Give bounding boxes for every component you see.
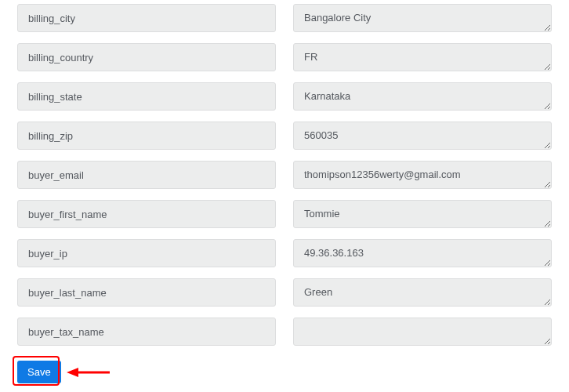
field-key-input[interactable] — [17, 122, 276, 150]
field-row — [17, 4, 552, 34]
field-key-input[interactable] — [17, 200, 276, 228]
field-row — [17, 82, 552, 113]
form-rows — [17, 0, 552, 358]
field-row — [17, 318, 552, 348]
field-value-cell — [293, 43, 552, 74]
form-footer: Save — [17, 361, 61, 383]
field-value-cell — [293, 200, 552, 230]
annotation-arrow-icon — [67, 367, 110, 380]
field-key-cell — [17, 43, 276, 74]
field-key-input[interactable] — [17, 43, 276, 71]
field-row — [17, 161, 552, 191]
field-value-cell — [293, 82, 552, 113]
field-key-cell — [17, 200, 276, 230]
field-key-cell — [17, 161, 276, 191]
field-key-cell — [17, 122, 276, 152]
field-key-cell — [17, 318, 276, 348]
field-row — [17, 278, 552, 309]
field-key-input[interactable] — [17, 239, 276, 267]
field-key-input[interactable] — [17, 82, 276, 111]
field-row — [17, 239, 552, 270]
save-button[interactable]: Save — [17, 361, 61, 383]
field-value-cell — [293, 278, 552, 309]
field-key-cell — [17, 4, 276, 34]
field-value-input[interactable] — [293, 318, 552, 346]
field-value-cell — [293, 4, 552, 34]
field-value-cell — [293, 122, 552, 152]
field-row — [17, 43, 552, 74]
field-key-cell — [17, 82, 276, 113]
field-value-input[interactable] — [293, 200, 552, 228]
field-key-input[interactable] — [17, 4, 276, 32]
field-key-input[interactable] — [17, 161, 276, 189]
field-value-cell — [293, 161, 552, 191]
field-value-input[interactable] — [293, 122, 552, 150]
field-key-cell — [17, 278, 276, 309]
field-key-input[interactable] — [17, 278, 276, 307]
field-value-input[interactable] — [293, 161, 552, 189]
field-key-cell — [17, 239, 276, 270]
field-value-cell — [293, 318, 552, 348]
field-value-input[interactable] — [293, 278, 552, 307]
field-value-cell — [293, 239, 552, 270]
field-key-input[interactable] — [17, 318, 276, 346]
field-value-input[interactable] — [293, 239, 552, 267]
app-viewport: Save — [0, 0, 569, 392]
form-scroll-area[interactable] — [0, 0, 569, 358]
svg-marker-1 — [67, 368, 78, 377]
field-value-input[interactable] — [293, 82, 552, 111]
field-row — [17, 122, 552, 152]
field-row — [17, 200, 552, 230]
field-value-input[interactable] — [293, 43, 552, 71]
field-value-input[interactable] — [293, 4, 552, 32]
